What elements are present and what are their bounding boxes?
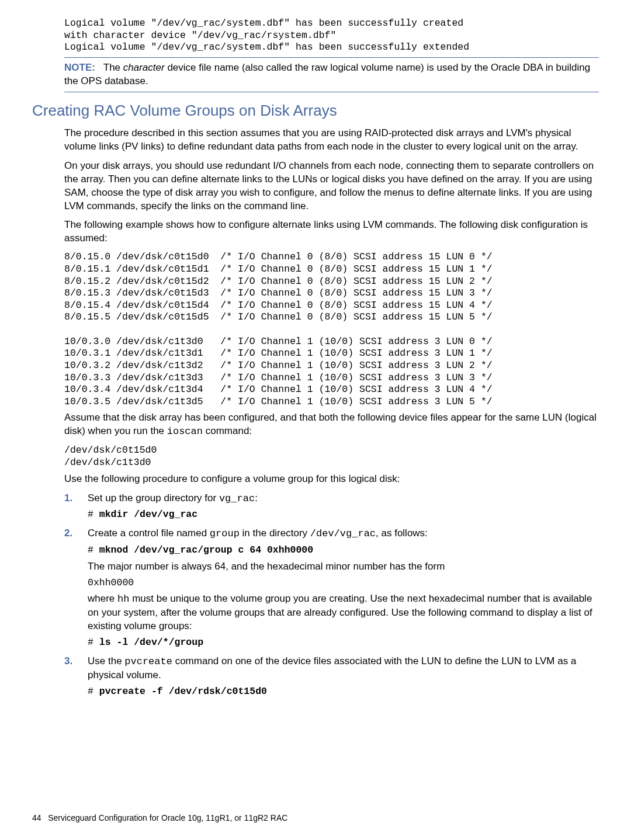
divider-top [64, 57, 599, 58]
para4-before: Assume that the disk array has been conf… [64, 412, 597, 436]
code-block-disk-config: 8/0.15.0 /dev/dsk/c0t15d0 /* I/O Channel… [64, 251, 599, 408]
step-2-p2: The major number is always 64, and the h… [88, 560, 599, 574]
step-2-command2: # ls -l /dev/*/group [88, 637, 599, 649]
cmd-prefix: # [88, 686, 99, 697]
step-2-p2code: 0xhh0000 [88, 577, 599, 589]
step-3-text: Use the pvcreate command on one of the d… [88, 655, 599, 682]
step-1-text: Set up the group directory for vg_rac: [88, 492, 599, 506]
note-label: NOTE: [64, 62, 95, 73]
step-1-command: # mkdir /dev/vg_rac [88, 509, 599, 521]
t: in the directory [240, 527, 310, 539]
note-italic: character [123, 62, 165, 73]
step-1-before: Set up the group directory for [88, 492, 219, 504]
cmd-prefix: # [88, 637, 99, 648]
cmd-text: mkdir /dev/vg_rac [99, 509, 197, 520]
step-number: 3. [64, 655, 72, 668]
para4-after: command: [203, 425, 252, 436]
cmd-text: mknod /dev/vg_rac/group c 64 0xhh0000 [99, 544, 313, 556]
step-1-after: : [255, 492, 258, 504]
step-2: 2. Create a control file named group in … [64, 527, 599, 649]
paragraph-5: Use the following procedure to configure… [64, 473, 599, 486]
paragraph-1: The procedure described in this section … [64, 127, 599, 154]
step-2-p3: where hh must be unique to the volume gr… [88, 592, 599, 633]
divider-bottom [64, 92, 599, 92]
step-number: 1. [64, 492, 72, 505]
c: /dev/vg_rac [310, 528, 376, 539]
section-heading: Creating RAC Volume Groups on Disk Array… [32, 100, 599, 121]
paragraph-3: The following example shows how to confi… [64, 218, 599, 245]
step-number: 2. [64, 527, 72, 540]
page-footer: 44 Serviceguard Configuration for Oracle… [32, 813, 287, 824]
step-3: 3. Use the pvcreate command on one of th… [64, 655, 599, 698]
c: group [210, 528, 240, 539]
page-number: 44 [32, 813, 41, 822]
cmd-text: pvcreate -f /dev/rdsk/c0t15d0 [99, 686, 267, 697]
step-1-code: vg_rac [219, 493, 255, 504]
t: , as follows: [376, 527, 428, 539]
cmd-prefix: # [88, 509, 99, 520]
cmd-prefix: # [88, 544, 99, 556]
footer-title: Serviceguard Configuration for Oracle 10… [48, 813, 287, 822]
t: where [88, 593, 117, 604]
step-1: 1. Set up the group directory for vg_rac… [64, 492, 599, 522]
c: pvcreate [124, 656, 172, 667]
para4-code: ioscan [167, 426, 203, 437]
t: must be unique to the volume group you a… [88, 593, 592, 631]
c: hh [117, 593, 129, 605]
paragraph-4: Assume that the disk array has been conf… [64, 411, 599, 439]
procedure-list: 1. Set up the group directory for vg_rac… [64, 492, 599, 698]
step-2-command: # mknod /dev/vg_rac/group c 64 0xhh0000 [88, 544, 599, 557]
cmd-text: ls -l /dev/*/group [99, 637, 203, 648]
note-text-before: The [103, 62, 123, 73]
step-3-command: # pvcreate -f /dev/rdsk/c0t15d0 [88, 686, 599, 698]
paragraph-2: On your disk arrays, you should use redu… [64, 159, 599, 213]
t: Create a control file named [88, 527, 210, 539]
note-paragraph: NOTE: The character device file name (al… [64, 61, 599, 88]
step-2-text: Create a control file named group in the… [88, 527, 599, 541]
code-block-lv-output: Logical volume "/dev/vg_rac/system.dbf" … [64, 18, 599, 54]
t: Use the [88, 655, 124, 667]
code-block-dev-files: /dev/dsk/c0t15d0 /dev/dsk/c1t3d0 [64, 445, 599, 468]
